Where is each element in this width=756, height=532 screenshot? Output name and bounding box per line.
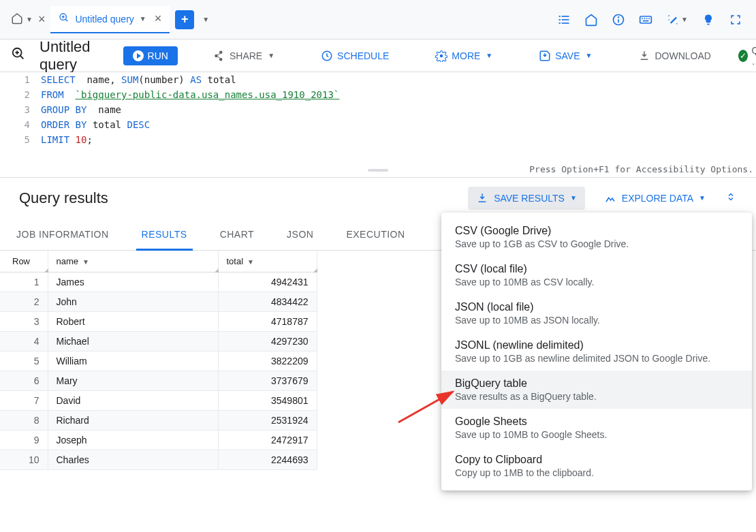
magic-wand-icon[interactable]: ▼ — [666, 13, 688, 27]
svg-rect-4 — [559, 16, 561, 17]
close-icon[interactable]: × — [38, 12, 46, 27]
svg-point-27 — [440, 54, 443, 57]
menu-item-jsonl-newline-delimited-[interactable]: JSONL (newline delimited)Save up to 1GB … — [441, 332, 752, 371]
cell-name: John — [48, 292, 218, 312]
chevron-down-icon: ▼ — [140, 15, 146, 22]
menu-item-desc: Save up to 1GB as CSV to Google Drive. — [455, 238, 738, 249]
home-outline-icon[interactable] — [584, 13, 598, 27]
editor-line: 1SELECT name, SUM(number) AS total — [0, 72, 756, 87]
table-row[interactable]: 9Joseph2472917 — [0, 431, 317, 450]
cell-total: 3549801 — [218, 391, 317, 411]
table-row[interactable]: 2John4834422 — [0, 292, 317, 312]
menu-item-desc: Save results as a BigQuery table. — [455, 391, 738, 402]
tab-job-information[interactable]: JOB INFORMATION — [16, 218, 109, 251]
menu-item-copy-to-clipboard[interactable]: Copy to ClipboardCopy up to 1MB to the c… — [441, 447, 752, 485]
magnify-plus-icon — [11, 46, 26, 65]
column-total[interactable]: total▼ — [218, 251, 317, 272]
menu-item-csv-google-drive-[interactable]: CSV (Google Drive)Save up to 1GB as CSV … — [441, 218, 752, 256]
svg-point-20 — [676, 23, 678, 25]
menu-item-title: Copy to Clipboard — [455, 454, 738, 466]
table-row[interactable]: 5William3822209 — [0, 351, 317, 371]
cell-row: 10 — [0, 450, 48, 470]
add-tab-dropdown[interactable]: ▼ — [202, 16, 209, 23]
cell-row: 5 — [0, 351, 48, 371]
cell-total: 2531924 — [218, 411, 317, 431]
download-button[interactable]: DOWNLOAD — [633, 47, 716, 65]
add-tab-button[interactable]: + — [175, 10, 194, 29]
tab-untitled-query[interactable]: Untitled query ▼ × — [50, 6, 170, 33]
column-row[interactable]: Row — [0, 251, 48, 272]
results-header: Query results SAVE RESULTS ▼ EXPLORE DAT… — [0, 177, 756, 218]
svg-rect-6 — [559, 19, 561, 20]
close-icon[interactable]: × — [155, 12, 162, 26]
svg-line-1 — [65, 19, 67, 21]
cell-name: Richard — [48, 411, 218, 431]
lightbulb-icon[interactable] — [702, 13, 715, 27]
cell-name: Michael — [48, 332, 218, 351]
table-row[interactable]: 1James4942431 — [0, 272, 317, 292]
fullscreen-icon[interactable] — [729, 13, 742, 27]
run-button[interactable]: RUN — [123, 46, 178, 65]
cell-row: 2 — [0, 292, 48, 312]
cell-row: 3 — [0, 312, 48, 332]
menu-item-google-sheets[interactable]: Google SheetsSave up to 10MB to Google S… — [441, 409, 752, 447]
menu-item-json-local-file-[interactable]: JSON (local file)Save up to 10MB as JSON… — [441, 294, 752, 332]
cell-name: Joseph — [48, 431, 218, 450]
expand-icon[interactable] — [725, 191, 737, 205]
sort-icon[interactable]: ▼ — [82, 258, 89, 266]
results-title: Query results — [19, 189, 108, 207]
schedule-button[interactable]: SCHEDULE — [315, 47, 394, 65]
tab-label: Untitled query — [75, 14, 133, 25]
save-results-button[interactable]: SAVE RESULTS ▼ — [468, 187, 585, 210]
cell-total: 4297230 — [218, 332, 317, 351]
svg-rect-8 — [559, 22, 561, 24]
save-button[interactable]: SAVE ▼ — [533, 47, 597, 65]
home-icon — [11, 12, 23, 27]
menu-item-title: CSV (local file) — [455, 263, 738, 275]
keyboard-icon[interactable] — [639, 13, 652, 27]
explore-data-button[interactable]: EXPLORE DATA ▼ — [596, 187, 714, 210]
tab-execution[interactable]: EXECUTION — [346, 218, 405, 251]
tabs-bar: ▼ × Untitled query ▼ × + ▼ ▼ — [0, 0, 756, 40]
cell-total: 4942431 — [218, 272, 317, 292]
tab-home[interactable]: ▼ × — [5, 6, 50, 33]
tab-chart[interactable]: CHART — [220, 218, 254, 251]
cell-name: Mary — [48, 371, 218, 391]
svg-point-12 — [618, 16, 619, 17]
editor-line: 2FROM `bigquery-public-data.usa_names.us… — [0, 87, 756, 102]
status-badge: ✓ Query … — [738, 45, 756, 67]
table-row[interactable]: 3Robert4718787 — [0, 312, 317, 332]
save-results-menu: CSV (Google Drive)Save up to 1GB as CSV … — [441, 213, 752, 490]
editor-line: 4ORDER BY total DESC — [0, 117, 756, 132]
table-row[interactable]: 8Richard2531924 — [0, 411, 317, 431]
svg-rect-15 — [644, 18, 646, 19]
list-icon[interactable] — [557, 13, 571, 27]
tab-json[interactable]: JSON — [287, 218, 313, 251]
table-row[interactable]: 4Michael4297230 — [0, 332, 317, 351]
sql-editor[interactable]: 1SELECT name, SUM(number) AS total 2FROM… — [0, 72, 756, 177]
table-row[interactable]: 7David3549801 — [0, 391, 317, 411]
menu-item-title: Google Sheets — [455, 416, 738, 428]
svg-point-21 — [668, 19, 670, 20]
play-icon — [133, 50, 144, 61]
share-button[interactable]: SHARE ▼ — [208, 47, 280, 65]
cell-total: 3822209 — [218, 351, 317, 371]
table-row[interactable]: 6Mary3737679 — [0, 371, 317, 391]
column-name[interactable]: name▼ — [48, 251, 218, 272]
tab-results[interactable]: RESULTS — [142, 218, 187, 251]
cell-total: 4718787 — [218, 312, 317, 332]
cell-total: 2472917 — [218, 431, 317, 450]
top-icons: ▼ — [557, 13, 751, 27]
menu-item-title: JSON (local file) — [455, 301, 738, 313]
table-row[interactable]: 10Charles2244693 — [0, 450, 317, 470]
svg-rect-7 — [562, 19, 569, 20]
svg-rect-9 — [562, 22, 569, 24]
accessibility-hint: Press Option+F1 for Accessibility Option… — [529, 162, 753, 177]
chevron-down-icon: ▼ — [26, 16, 33, 23]
menu-item-bigquery-table[interactable]: BigQuery tableSave results as a BigQuery… — [441, 371, 752, 409]
menu-item-csv-local-file-[interactable]: CSV (local file)Save up to 10MB as CSV l… — [441, 256, 752, 294]
sort-icon[interactable]: ▼ — [247, 258, 254, 266]
svg-rect-14 — [642, 18, 643, 19]
more-button[interactable]: MORE ▼ — [430, 47, 498, 65]
info-icon[interactable] — [612, 13, 625, 27]
